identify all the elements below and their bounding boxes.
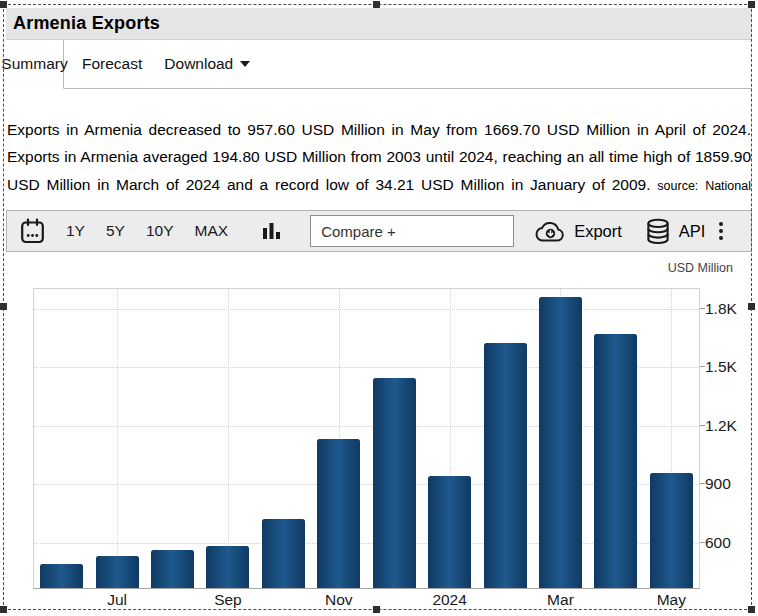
- bar-chart-icon: [262, 221, 281, 241]
- api-button[interactable]: API: [645, 218, 706, 245]
- tab-forecast-label: Forecast: [82, 55, 142, 73]
- compare-input[interactable]: Compare +: [310, 215, 514, 247]
- y-tick-label: 1.5K: [705, 358, 737, 376]
- x-tick-label: Mar: [547, 591, 574, 609]
- export-button[interactable]: Export: [535, 220, 622, 243]
- export-label: Export: [574, 222, 622, 241]
- tab-bar: Summary Forecast Download: [6, 40, 752, 89]
- bar-feb-2024[interactable]: [484, 343, 527, 588]
- database-icon: [645, 218, 671, 245]
- calendar-icon: [20, 218, 45, 245]
- x-tick-label: May: [657, 591, 686, 609]
- bar-aug-2023[interactable]: [151, 550, 194, 588]
- y-tick-label: 600: [705, 534, 731, 552]
- range-button-5y[interactable]: 5Y: [106, 222, 125, 240]
- tab-summary[interactable]: Summary: [6, 40, 64, 89]
- x-tick-label: Sep: [214, 591, 242, 609]
- tab-download-label: Download: [164, 55, 233, 73]
- y-tick-mark: [700, 542, 705, 543]
- tab-summary-label: Summary: [1, 55, 67, 73]
- more-options-button[interactable]: [718, 221, 724, 241]
- page-title: Armenia Exports: [13, 13, 160, 34]
- tab-forecast[interactable]: Forecast: [78, 40, 146, 88]
- x-tick-label: Jul: [107, 591, 127, 609]
- range-button-10y[interactable]: 10Y: [146, 222, 174, 240]
- selection-handle-se[interactable]: [748, 606, 755, 613]
- bar-jun-2023[interactable]: [40, 564, 83, 588]
- bar-oct-2023[interactable]: [262, 519, 305, 588]
- bar-may-2024[interactable]: [650, 473, 693, 588]
- y-tick-mark: [700, 366, 705, 367]
- bar-jan-2024[interactable]: [428, 476, 471, 588]
- selection-handle-w[interactable]: [0, 303, 7, 310]
- x-tick-label: 2024: [432, 591, 466, 609]
- chart-type-button[interactable]: [262, 221, 281, 241]
- selection-handle-e[interactable]: [748, 303, 755, 310]
- chart-unit-label: USD Million: [668, 261, 733, 275]
- range-button-1y[interactable]: 1Y: [66, 222, 85, 240]
- armenia-exports-widget: { "header": { "title": "Armenia Exports"…: [0, 0, 758, 616]
- y-tick-label: 1.2K: [705, 417, 737, 435]
- y-tick-label: 900: [705, 475, 731, 493]
- plot-area[interactable]: [33, 288, 700, 589]
- bar-jul-2023[interactable]: [96, 556, 139, 588]
- api-label: API: [679, 222, 706, 241]
- range-button-max[interactable]: MAX: [195, 222, 229, 240]
- x-tick-label: Nov: [325, 591, 353, 609]
- chart-toolbar: 1Y 5Y 10Y MAX Compare + Export API: [6, 210, 752, 252]
- selection-handle-s[interactable]: [373, 606, 380, 613]
- y-tick-label: 1.8K: [705, 300, 737, 318]
- y-tick-mark: [700, 308, 705, 309]
- bar-nov-2023[interactable]: [317, 439, 360, 589]
- y-tick-mark: [700, 425, 705, 426]
- selection-handle-nw[interactable]: [0, 1, 7, 8]
- y-tick-mark: [700, 483, 705, 484]
- bar-mar-2024[interactable]: [539, 297, 582, 588]
- calendar-button[interactable]: [20, 218, 45, 245]
- source-label: source:: [657, 179, 698, 193]
- selection-handle-ne[interactable]: [748, 1, 755, 8]
- tab-download[interactable]: Download: [160, 40, 254, 88]
- v-gridline: [117, 289, 118, 588]
- chevron-down-icon: [240, 61, 250, 67]
- cloud-download-icon: [535, 220, 566, 243]
- selection-handle-sw[interactable]: [0, 606, 7, 613]
- title-bar: Armenia Exports: [6, 8, 752, 40]
- summary-main-text: Exports in Armenia decreased to 957.60 U…: [7, 121, 751, 193]
- bar-apr-2024[interactable]: [594, 334, 637, 588]
- kebab-menu-icon: [718, 221, 724, 241]
- bar-dec-2023[interactable]: [373, 378, 416, 588]
- h-gridline: [34, 309, 699, 310]
- bar-sep-2023[interactable]: [206, 546, 249, 588]
- chart-container: USD Million 6009001.2K1.5K1.8K JulSepNov…: [6, 252, 752, 608]
- selection-handle-n[interactable]: [373, 1, 380, 8]
- v-gridline: [228, 289, 229, 588]
